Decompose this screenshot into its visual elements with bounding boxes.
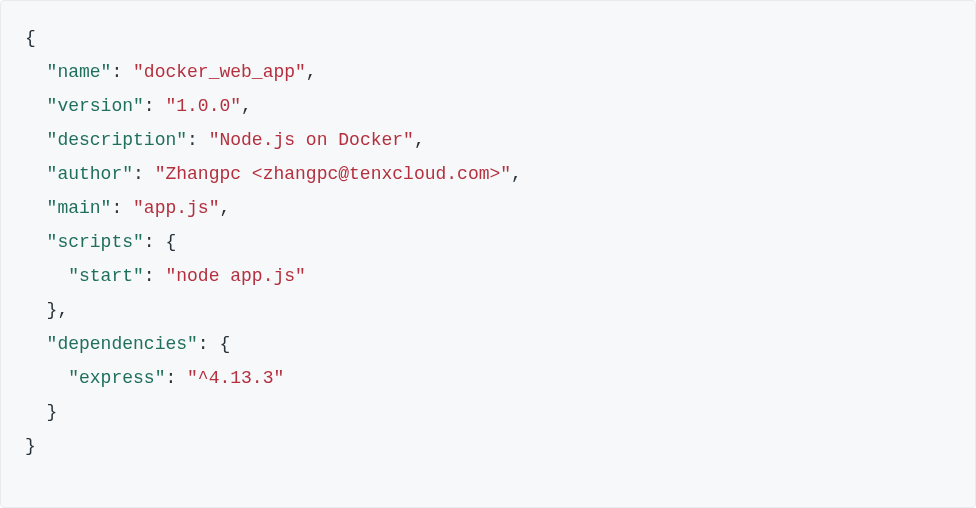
code-line: "start": "node app.js": [25, 266, 306, 286]
code-line: }: [25, 436, 36, 456]
code-line: "express": "^4.13.3": [25, 368, 284, 388]
code-line: },: [25, 300, 68, 320]
code-line: "version": "1.0.0",: [25, 96, 252, 116]
code-line: "main": "app.js",: [25, 198, 230, 218]
code-line: "name": "docker_web_app",: [25, 62, 317, 82]
code-block: { "name": "docker_web_app", "version": "…: [0, 0, 976, 508]
code-line: "author": "Zhangpc <zhangpc@tenxcloud.co…: [25, 164, 522, 184]
code-line: "dependencies": {: [25, 334, 230, 354]
code-line: "description": "Node.js on Docker",: [25, 130, 425, 150]
code-line: {: [25, 28, 36, 48]
code-line: "scripts": {: [25, 232, 176, 252]
code-line: }: [25, 402, 57, 422]
